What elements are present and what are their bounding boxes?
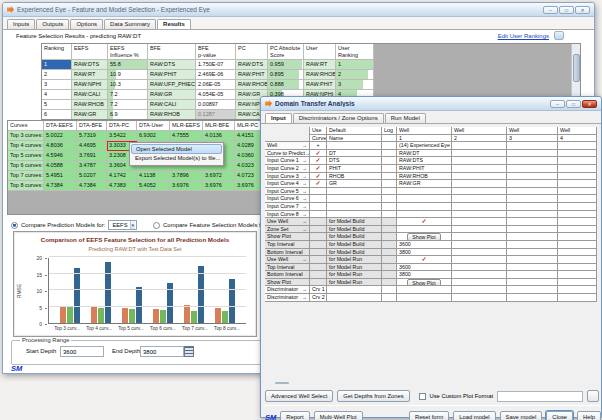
cell[interactable]: 5.4951 [44, 171, 77, 181]
cell[interactable]: 1.750E-07 [196, 60, 236, 70]
cell[interactable]: 4.1138 [137, 171, 170, 181]
bar[interactable] [105, 262, 111, 323]
use-custom-plot-format-checkbox[interactable] [419, 393, 426, 400]
row-label[interactable]: Discriminator→ [265, 293, 310, 302]
menu-item-open-selected[interactable]: Open Selected Model [131, 144, 222, 154]
save-model-button[interactable]: Save model [500, 411, 543, 420]
grid-row[interactable]: Discriminator→Crv 2 [265, 294, 599, 302]
cell[interactable]: 3.5422 [107, 131, 137, 141]
cell[interactable]: 4.1742 [107, 171, 137, 181]
bar[interactable] [74, 268, 80, 323]
advanced-well-select-button[interactable]: Advanced Well Select [265, 390, 333, 402]
cell[interactable]: RAW:RT [304, 60, 336, 70]
dialog-close-button[interactable]: ✕ [582, 100, 597, 108]
cell[interactable]: 7.2 [108, 100, 148, 110]
cell[interactable]: Top 7 curves: [8, 171, 44, 181]
dialog-tab-run-model[interactable]: Run Model [385, 113, 426, 123]
dialog-tab-input[interactable]: Input [265, 113, 292, 123]
cell[interactable]: 4.7555 [170, 131, 203, 141]
dialog-minimize-button[interactable]: – [550, 100, 565, 108]
cell[interactable]: RAW:PHIT [236, 70, 268, 80]
prediction-model-dropdown[interactable]: EEFS ▾ [108, 220, 137, 230]
cell[interactable]: RAW:UFP_PHIEC [148, 80, 196, 90]
cell[interactable]: 6 [42, 110, 72, 120]
cell[interactable]: Top 8 curves: [8, 181, 44, 191]
cell[interactable]: RAW:PHIT [304, 80, 336, 90]
use-curve-cell[interactable]: Crv 2 [309, 293, 327, 302]
cell[interactable]: 3.6972 [203, 171, 235, 181]
cell[interactable]: 4.7384 [44, 181, 77, 191]
cell[interactable]: 2.469E-06 [196, 70, 236, 80]
cell[interactable]: 5.4052 [137, 181, 170, 191]
cell[interactable]: 1 [42, 60, 72, 70]
cell[interactable]: 3.4787 [77, 161, 107, 171]
cell[interactable]: 4.7383 [107, 181, 137, 191]
cell[interactable]: 3 [42, 80, 72, 90]
bar[interactable] [198, 266, 204, 323]
cell[interactable]: 4.8036 [44, 141, 77, 151]
cell[interactable]: 4.054E-05 [196, 90, 236, 100]
cell[interactable]: 3.6976 [170, 181, 203, 191]
edit-user-rankings-link[interactable]: Edit User Rankings [498, 33, 549, 39]
bar[interactable] [215, 308, 221, 323]
cell[interactable]: 3.6976 [203, 181, 235, 191]
cell[interactable]: 4.4695 [77, 141, 107, 151]
tab-outputs[interactable]: Outputs [36, 19, 69, 29]
close-button[interactable]: ✕ [575, 6, 590, 14]
well-cell[interactable] [506, 293, 558, 302]
bar[interactable] [229, 279, 235, 323]
cell[interactable]: 4.0136 [203, 131, 235, 141]
cell[interactable]: 5.0022 [44, 131, 77, 141]
cell[interactable]: RAW:PHIT [148, 70, 196, 80]
scrollbar-thumb[interactable] [573, 54, 580, 82]
custom-plot-browse-button[interactable] [587, 390, 599, 402]
cell[interactable]: 5.7319 [77, 131, 107, 141]
bar[interactable] [129, 309, 135, 323]
cell[interactable]: 4.7384 [77, 181, 107, 191]
cell[interactable]: RAW:RHOB [236, 80, 268, 90]
cell[interactable]: 10.3 [108, 80, 148, 90]
well-cell[interactable] [451, 293, 507, 302]
tab-inputs[interactable]: Inputs [7, 19, 35, 29]
bar[interactable] [222, 311, 228, 323]
cell[interactable]: Top 3 curves: [8, 131, 44, 141]
report-button[interactable]: Report [280, 411, 309, 420]
custom-plot-format-input[interactable] [497, 391, 583, 402]
help-button[interactable]: Help [577, 411, 601, 420]
tab-results[interactable]: Results [157, 19, 191, 29]
bar[interactable] [191, 311, 197, 323]
cell[interactable]: RAW:RHOB [304, 70, 336, 80]
cell[interactable]: RAW:DTS [148, 60, 196, 70]
well-cell[interactable] [396, 293, 452, 302]
cell[interactable]: 6.9 [108, 110, 148, 120]
cell[interactable]: RAW:RHOB [148, 110, 196, 120]
end-depth-input[interactable] [140, 346, 184, 357]
dialog-tab-discriminators-zone-options[interactable]: Discriminators / Zone Options [293, 113, 384, 123]
cell[interactable]: RAW:DTS [72, 60, 108, 70]
bar[interactable] [98, 308, 104, 323]
bar[interactable] [160, 310, 166, 323]
main-titlebar[interactable]: Experienced Eye - Feature and Model Sele… [3, 3, 594, 17]
cell[interactable]: Top 4 curves: [8, 141, 44, 151]
cell[interactable]: 6.9302 [137, 131, 170, 141]
cell[interactable]: 0.895 [268, 70, 304, 80]
well-cell[interactable] [557, 293, 597, 302]
tab-data-summary[interactable]: Data Summary [104, 19, 156, 29]
splitter-handle[interactable] [275, 382, 289, 384]
log-cell[interactable] [381, 293, 397, 302]
cell[interactable]: Top 5 curves: [8, 151, 44, 161]
cell[interactable]: 3.7896 [170, 171, 203, 181]
get-depths-from-zones-button[interactable]: Get Depths from Zones [337, 390, 409, 402]
cell[interactable]: RAW:CALI [72, 90, 108, 100]
cell[interactable]: 5 [42, 100, 72, 110]
start-depth-input[interactable] [60, 346, 104, 357]
cell[interactable]: RAW:RT [72, 70, 108, 80]
cell[interactable]: RAW:GR [72, 110, 108, 120]
cell[interactable]: Top 6 curves: [8, 161, 44, 171]
cell[interactable]: 4 [42, 90, 72, 100]
cell[interactable]: 0.1287 [196, 110, 236, 120]
compare-feature-radio[interactable] [153, 222, 160, 229]
cell[interactable]: RAW:NPHI [72, 80, 108, 90]
bar[interactable] [122, 308, 128, 323]
bar[interactable] [91, 307, 97, 323]
